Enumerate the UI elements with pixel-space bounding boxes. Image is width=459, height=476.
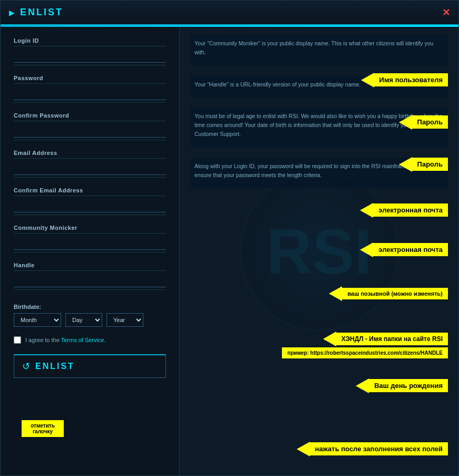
confirm-password-group: Confirm Password [14,112,166,142]
bottom-line [14,215,166,215]
monicker-info-text: Your "Community Moniker" is your public … [194,39,444,57]
password-group: Password [14,75,166,105]
login-id-input[interactable] [14,48,166,63]
bottom-line [14,102,166,103]
tos-section: I agree to the Terms of Service. [14,336,166,344]
handle-info-block: Your "Handle" is a URL-friendly version … [190,76,448,98]
password-info-block: Along with your Login ID, your password … [190,158,448,188]
enlist-button-label: ENLIST [35,362,75,371]
handle-info-text: Your "Handle" is a URL-friendly version … [194,80,444,89]
tos-checkbox[interactable] [14,336,21,344]
birthdate-selects: Month January February March April May J… [14,313,166,327]
year-select[interactable]: Year 2005200420032002 2001200019991998 1… [106,313,143,327]
handle-input[interactable] [14,273,166,287]
login-id-group: Login ID [14,37,166,67]
right-content: Your "Community Moniker" is your public … [190,35,448,188]
month-select[interactable]: Month January February March April May J… [14,313,61,327]
tos-link[interactable]: Terms of Service. [61,337,106,343]
bottom-line [14,140,166,140]
password-info-text: Along with your Login ID, your password … [194,162,444,180]
birthdate-section: Birthdate: Month January February March … [14,304,166,327]
age-info-text: You must be of legal age to enlist with … [194,112,444,138]
top-line [14,196,166,196]
day-select[interactable]: Day 12345 678910 1112131415 1617181920 2… [65,313,102,327]
monicker-info-block: Your "Community Moniker" is your public … [190,35,448,65]
top-line [14,46,166,46]
birthdate-label: Birthdate: [14,304,166,310]
confirm-email-label: Confirm Email Address [14,187,166,193]
window-title: ENLIST [20,7,63,18]
enlist-icon: ↺ [22,361,30,372]
bottom-line [14,177,166,178]
form-panel: Login ID Password Confirm Password [1,27,180,475]
enlist-button[interactable]: ↺ ENLIST [14,354,166,378]
main-content: Login ID Password Confirm Password [1,27,458,475]
title-left: ▶ ENLIST [9,7,63,18]
monicker-label: Community Monicker [14,225,166,231]
title-bar: ▶ ENLIST ✕ [1,1,458,25]
monicker-input[interactable] [14,236,166,250]
right-info-panel: RSI Your "Community Moniker" is your pub… [180,27,458,475]
rsi-logo-background: RSI [266,204,372,299]
bottom-line [14,289,166,290]
confirm-password-input[interactable] [14,123,166,138]
bottom-line [14,65,166,65]
password-input[interactable] [14,86,166,100]
email-label: Email Address [14,150,166,156]
bottom-line [14,252,166,252]
password-label: Password [14,75,166,81]
top-line [14,270,166,271]
monicker-group: Community Monicker [14,225,166,255]
top-line [14,121,166,121]
handle-label: Handle [14,262,166,268]
play-icon: ▶ [9,8,15,17]
email-input[interactable] [14,161,166,175]
confirm-email-input[interactable] [14,198,166,212]
email-group: Email Address [14,150,166,180]
confirm-password-label: Confirm Password [14,112,166,119]
top-line [14,83,166,84]
handle-group: Handle [14,262,166,292]
tos-text: I agree to the Terms of Service. [25,337,106,343]
age-info-block: You must be of legal age to enlist with … [190,108,448,147]
top-line [14,158,166,159]
close-button[interactable]: ✕ [442,8,450,17]
enlist-window: ▶ ENLIST ✕ Login ID Password [0,0,459,476]
login-id-label: Login ID [14,37,166,44]
confirm-email-group: Confirm Email Address [14,187,166,217]
top-line [14,233,166,234]
